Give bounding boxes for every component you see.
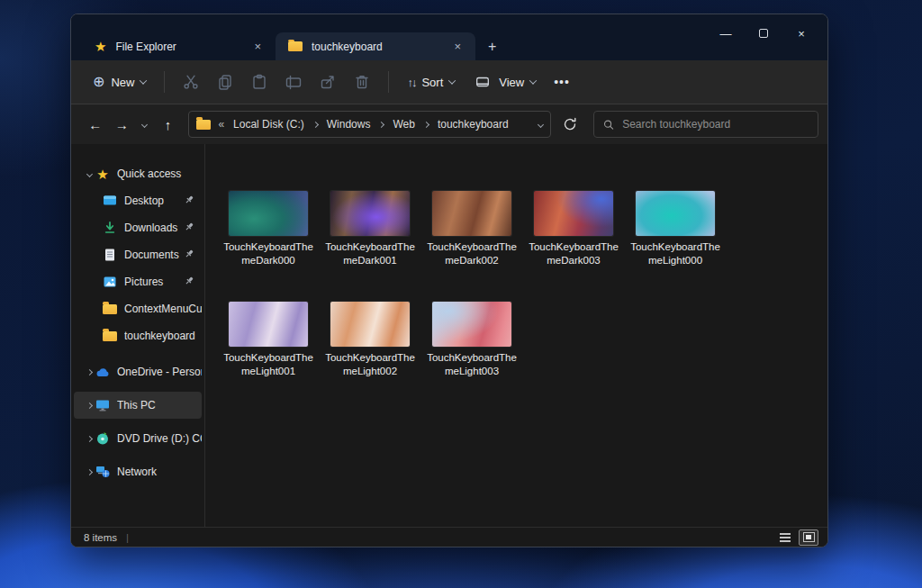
chevron-right-icon[interactable]	[86, 402, 92, 408]
file-item[interactable]: TouchKeyboardThemeLight003	[425, 302, 519, 378]
forward-button[interactable]: →	[109, 111, 136, 138]
file-item[interactable]: TouchKeyboardThemeLight002	[323, 302, 417, 378]
file-name: TouchKeyboardThemeLight002	[323, 351, 417, 378]
rename-icon	[285, 73, 303, 91]
tab-label: File Explorer	[115, 41, 249, 53]
pin-icon[interactable]	[184, 222, 194, 235]
large-icons-view-button[interactable]	[799, 529, 818, 546]
sidebar-item-contextmenucust[interactable]: ContextMenuCust	[74, 295, 202, 322]
address-dropdown-icon[interactable]	[538, 121, 544, 127]
sidebar-item-quick-access[interactable]: ★ Quick access	[74, 160, 202, 187]
folder-icon	[196, 120, 211, 130]
maximize-button[interactable]	[745, 20, 782, 47]
up-button[interactable]: ↑	[155, 111, 182, 138]
chevron-down-icon	[141, 121, 148, 127]
see-more-button[interactable]: •••	[545, 69, 579, 95]
sidebar-item-downloads[interactable]: Downloads	[74, 214, 202, 241]
paste-button[interactable]	[242, 68, 276, 96]
copy-icon	[216, 73, 234, 91]
folder-icon	[103, 331, 117, 341]
tab-touchkeyboard[interactable]: touchkeyboard ×	[276, 32, 475, 60]
large-icons-view-icon	[803, 532, 815, 542]
close-button[interactable]: ×	[782, 20, 820, 47]
chevron-down-icon[interactable]	[86, 170, 92, 176]
sidebar-item-label: Quick access	[117, 167, 202, 180]
pin-icon[interactable]	[184, 276, 194, 289]
file-item[interactable]: TouchKeyboardThemeDark002	[425, 191, 519, 267]
trash-icon	[353, 73, 371, 91]
sidebar-item-dvd-drive[interactable]: DVD Drive (D:) CCCO	[74, 425, 202, 452]
sidebar-item-label: touchkeyboard	[124, 330, 202, 342]
navigation-pane: ★ Quick access Desktop Downloads	[71, 144, 205, 527]
search-icon	[603, 119, 614, 131]
file-thumbnail	[330, 302, 410, 347]
file-item[interactable]: TouchKeyboardThemeLight001	[221, 302, 315, 378]
share-button[interactable]	[311, 68, 345, 96]
sidebar-item-documents[interactable]: Documents	[74, 241, 202, 268]
share-icon	[319, 73, 337, 91]
file-name: TouchKeyboardThemeDark000	[221, 240, 315, 267]
refresh-icon	[563, 117, 577, 131]
back-button[interactable]: ←	[82, 111, 109, 138]
file-explorer-window: ★ File Explorer × touchkeyboard × + — × …	[70, 14, 828, 547]
sidebar-item-label: Documents	[124, 249, 184, 261]
cut-button[interactable]	[174, 68, 208, 96]
sidebar-item-this-pc[interactable]: This PC	[74, 392, 202, 419]
file-name: TouchKeyboardThemeLight001	[221, 351, 315, 378]
sidebar-item-label: ContextMenuCust	[124, 303, 202, 315]
file-item[interactable]: TouchKeyboardThemeLight000	[628, 191, 722, 267]
desktop-wallpaper[interactable]: { "window": { "app": "File Explorer", "c…	[0, 0, 922, 588]
breadcrumb-segment[interactable]: touchkeyboard	[434, 115, 512, 133]
folder-icon	[288, 41, 303, 51]
chevron-right-icon[interactable]	[86, 368, 92, 375]
search-input[interactable]	[622, 118, 809, 131]
new-tab-button[interactable]: +	[475, 39, 507, 60]
rename-button[interactable]	[276, 68, 311, 96]
sort-label: Sort	[421, 76, 443, 89]
sidebar-item-label: This PC	[117, 399, 202, 412]
title-bar[interactable]: ★ File Explorer × touchkeyboard × + — ×	[71, 14, 827, 60]
pin-icon[interactable]	[184, 249, 194, 262]
view-label: View	[499, 76, 524, 89]
sidebar-item-onedrive[interactable]: OneDrive - Personal	[74, 358, 202, 385]
new-label: New	[111, 76, 134, 89]
file-item[interactable]: TouchKeyboardThemeDark001	[323, 191, 417, 267]
breadcrumb-overflow[interactable]: «	[218, 118, 224, 131]
delete-button[interactable]	[345, 68, 379, 96]
dvd-drive-icon	[95, 431, 110, 446]
address-bar[interactable]: « Local Disk (C:) Windows Web touchkeybo…	[188, 111, 550, 138]
breadcrumb-segment[interactable]: Local Disk (C:)	[230, 115, 308, 133]
sidebar-item-label: Pictures	[124, 276, 184, 288]
file-item[interactable]: TouchKeyboardThemeDark000	[221, 191, 315, 267]
sidebar-item-desktop[interactable]: Desktop	[74, 187, 202, 214]
view-button[interactable]: View	[464, 67, 545, 97]
sidebar-item-pictures[interactable]: Pictures	[74, 268, 202, 295]
item-count: 8 items	[84, 532, 117, 543]
sidebar-item-touchkeyboard[interactable]: touchkeyboard	[74, 322, 202, 349]
chevron-down-icon	[140, 77, 147, 84]
sidebar-item-network[interactable]: Network	[74, 458, 202, 485]
refresh-button[interactable]	[556, 111, 583, 138]
desktop-icon	[103, 194, 117, 208]
close-tab-icon[interactable]: ×	[448, 38, 466, 55]
details-view-button[interactable]	[775, 529, 795, 546]
close-tab-icon[interactable]: ×	[249, 38, 267, 55]
folder-icon	[103, 304, 117, 314]
chevron-right-icon[interactable]	[86, 435, 92, 441]
new-button[interactable]: ⊕ New	[84, 69, 155, 95]
file-list-pane[interactable]: TouchKeyboardThemeDark000 TouchKeyboardT…	[205, 144, 827, 527]
documents-icon	[103, 248, 117, 262]
file-item[interactable]: TouchKeyboardThemeDark003	[527, 191, 620, 267]
command-bar: ⊕ New	[71, 60, 827, 104]
status-divider: |	[126, 532, 129, 543]
tab-file-explorer[interactable]: ★ File Explorer ×	[82, 32, 276, 60]
sidebar-item-label: OneDrive - Personal	[117, 366, 202, 378]
sort-button[interactable]: ↑↓ Sort	[398, 70, 464, 95]
breadcrumb-segment[interactable]: Windows	[323, 115, 375, 133]
chevron-right-icon[interactable]	[86, 468, 92, 475]
minimize-button[interactable]: —	[707, 20, 745, 47]
copy-button[interactable]	[208, 68, 242, 96]
pin-icon[interactable]	[184, 194, 194, 208]
breadcrumb-segment[interactable]: Web	[389, 115, 418, 133]
recent-locations-button[interactable]	[135, 111, 155, 138]
